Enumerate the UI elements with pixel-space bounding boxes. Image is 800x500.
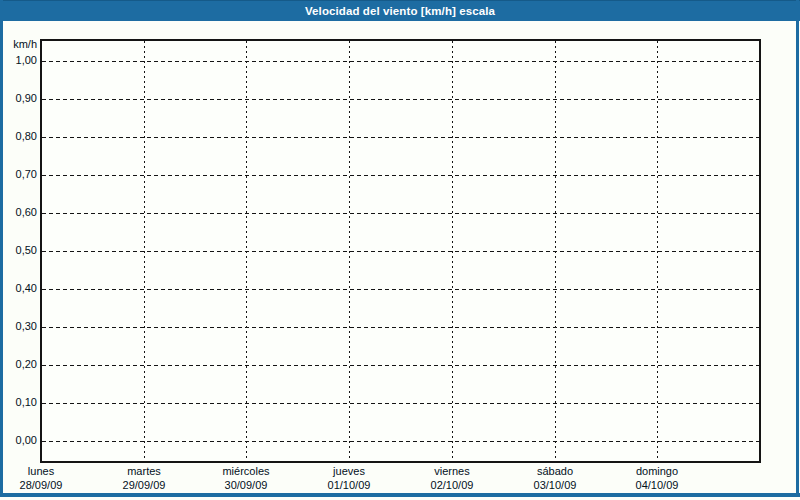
x-date-label: 02/10/09 <box>397 478 507 492</box>
x-day-label: domingo <box>602 464 712 478</box>
x-day-label: jueves <box>294 464 404 478</box>
y-tick-label: 0,50 <box>0 244 37 257</box>
plot-grid <box>0 0 800 500</box>
x-date-label: 01/10/09 <box>294 478 404 492</box>
y-tick-label: 0,10 <box>0 396 37 409</box>
x-category-label: lunes 28/09/09 <box>0 464 96 492</box>
x-category-label: miércoles 30/09/09 <box>191 464 301 492</box>
x-date-label: 28/09/09 <box>0 478 96 492</box>
chart-window: Velocidad del viento [km/h] escala <box>0 0 800 500</box>
x-day-label: miércoles <box>191 464 301 478</box>
x-date-label: 30/09/09 <box>191 478 301 492</box>
y-tick-label: 0,70 <box>0 168 37 181</box>
y-tick-label: 0,00 <box>0 434 37 447</box>
x-day-label: lunes <box>0 464 96 478</box>
y-tick-label: 0,20 <box>0 358 37 371</box>
x-category-label: domingo 04/10/09 <box>602 464 712 492</box>
y-tick-label: 0,30 <box>0 320 37 333</box>
y-tick-label: 0,60 <box>0 206 37 219</box>
x-date-label: 03/10/09 <box>500 478 610 492</box>
y-tick-label: 0,90 <box>0 92 37 105</box>
x-day-label: martes <box>89 464 199 478</box>
x-category-label: jueves 01/10/09 <box>294 464 404 492</box>
x-category-label: sábado 03/10/09 <box>500 464 610 492</box>
x-date-label: 04/10/09 <box>602 478 712 492</box>
y-tick-label: 1,00 <box>0 54 37 67</box>
x-date-label: 29/09/09 <box>89 478 199 492</box>
x-day-label: sábado <box>500 464 610 478</box>
x-category-label: martes 29/09/09 <box>89 464 199 492</box>
x-day-label: viernes <box>397 464 507 478</box>
y-axis-unit-label: km/h <box>0 38 37 51</box>
y-tick-label: 0,40 <box>0 282 37 295</box>
x-category-label: viernes 02/10/09 <box>397 464 507 492</box>
y-tick-label: 0,80 <box>0 130 37 143</box>
